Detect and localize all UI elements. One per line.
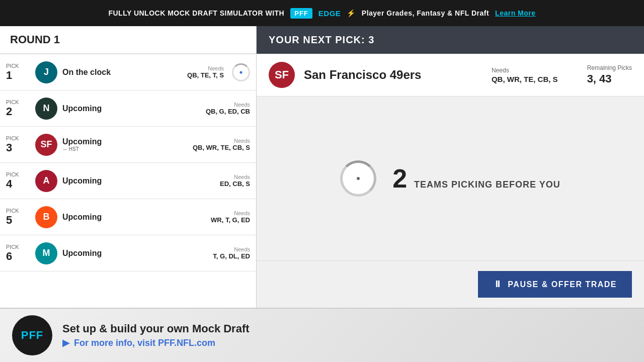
pick-number-block: Pick 4 bbox=[6, 171, 30, 191]
pause-button-label: PAUSE & OFFER TRADE bbox=[508, 280, 617, 289]
pick-row-2[interactable]: Pick 2 N Upcoming Needs QB, G, ED, CB bbox=[0, 90, 256, 127]
team-logo-3: SF bbox=[35, 134, 57, 156]
needs-values-1: QB, TE, T, S bbox=[187, 71, 224, 79]
pick-label: Pick bbox=[6, 208, 30, 214]
bottom-sub-text-content: For more info, visit PFF.NFL.com bbox=[74, 338, 215, 348]
pff-logo: PFF bbox=[290, 8, 312, 19]
pff-logo-circle-text: PFF bbox=[21, 329, 44, 342]
pick-label: Pick bbox=[6, 244, 30, 250]
needs-values-3: QB, WR, TE, CB, S bbox=[193, 144, 250, 151]
trade-indicator-3: ↔ HST bbox=[62, 146, 118, 152]
clock-icon bbox=[232, 63, 250, 81]
right-panel: YOUR NEXT PICK: 3 SF San Francisco 49ers… bbox=[257, 26, 644, 308]
pick-num: 5 bbox=[6, 214, 30, 227]
pff-logo-circle: PFF bbox=[12, 315, 52, 355]
team-logo-6: M bbox=[35, 242, 57, 264]
needs-label-5: Needs bbox=[211, 210, 250, 216]
spinner-dot bbox=[357, 177, 360, 180]
remaining-picks-values: 3, 43 bbox=[587, 72, 632, 85]
needs-values-6: T, G, DL, ED bbox=[213, 252, 250, 260]
pick-number-block: Pick 5 bbox=[6, 208, 30, 227]
pick-num: 1 bbox=[6, 69, 30, 82]
teams-waiting-area: 2 TEAMS PICKING BEFORE YOU bbox=[257, 97, 644, 260]
needs-label-3: Needs bbox=[193, 138, 250, 144]
team-info-row: SF San Francisco 49ers Needs QB, WR, TE,… bbox=[257, 54, 644, 97]
pick-num: 6 bbox=[6, 250, 30, 263]
main-content: ROUND 1 Pick 1 J On the clock Needs QB, … bbox=[0, 26, 644, 308]
pick-status-4: Upcoming bbox=[62, 176, 118, 186]
needs-block-5: Needs WR, T, G, ED bbox=[211, 210, 250, 224]
bottom-banner: PFF Set up & build your own Mock Draft ▶… bbox=[0, 308, 644, 362]
pick-row-6[interactable]: Pick 6 M Upcoming Needs T, G, DL, ED bbox=[0, 235, 256, 272]
edge-label: EDGE bbox=[318, 9, 341, 18]
teams-desc: TEAMS PICKING BEFORE YOU bbox=[414, 179, 560, 190]
needs-values-5: WR, T, G, ED bbox=[211, 216, 250, 224]
spinner-icon bbox=[340, 160, 376, 197]
top-banner: FULLY UNLOCK MOCK DRAFT SIMULATOR WITH P… bbox=[0, 0, 644, 26]
pause-icon: ⏸ bbox=[493, 279, 503, 290]
teams-count: 2 bbox=[392, 163, 407, 194]
pick-status-1: On the clock bbox=[62, 68, 118, 77]
team-needs-block: Needs QB, WR, TE, CB, S bbox=[492, 67, 558, 83]
remaining-picks-block: Remaining Picks 3, 43 bbox=[587, 64, 632, 85]
pick-number-block: Pick 1 bbox=[6, 63, 30, 82]
team-name: San Francisco 49ers bbox=[304, 68, 482, 82]
team-logo-1: J bbox=[35, 61, 57, 83]
banner-tagline: Player Grades, Fantasy & NFL Draft bbox=[362, 9, 489, 17]
learn-more-link[interactable]: Learn More bbox=[495, 9, 535, 17]
needs-block-1: Needs QB, TE, T, S bbox=[187, 65, 224, 79]
pick-num: 3 bbox=[6, 141, 30, 154]
pick-list: Pick 1 J On the clock Needs QB, TE, T, S… bbox=[0, 54, 256, 272]
teams-waiting-text: 2 TEAMS PICKING BEFORE YOU bbox=[392, 163, 560, 194]
pick-label: Pick bbox=[6, 99, 30, 105]
pick-number-block: Pick 2 bbox=[6, 99, 30, 118]
pick-label: Pick bbox=[6, 63, 30, 69]
team-needs-values: QB, WR, TE, CB, S bbox=[492, 75, 558, 83]
pick-number-block: Pick 6 bbox=[6, 244, 30, 263]
pause-button-area: ⏸ PAUSE & OFFER TRADE bbox=[257, 260, 644, 308]
pick-status-3: Upcoming bbox=[62, 137, 118, 146]
pick-status-2: Upcoming bbox=[62, 104, 118, 113]
pick-row-5[interactable]: Pick 5 B Upcoming Needs WR, T, G, ED bbox=[0, 199, 256, 235]
needs-label-2: Needs bbox=[206, 102, 250, 108]
round-header: ROUND 1 bbox=[0, 26, 256, 54]
needs-label-1: Needs bbox=[187, 65, 224, 71]
pick-row-3[interactable]: Pick 3 SF Upcoming ↔ HST Needs QB, WR, T… bbox=[0, 127, 256, 163]
lightning-icon: ⚡ bbox=[347, 9, 356, 17]
bottom-sub-text: ▶ For more info, visit PFF.NFL.com bbox=[62, 337, 632, 348]
team-logo-large: SF bbox=[269, 62, 295, 88]
bottom-text-block: Set up & build your own Mock Draft ▶ For… bbox=[62, 322, 632, 348]
pick-number-block: Pick 3 bbox=[6, 135, 30, 154]
team-logo-4: A bbox=[35, 170, 57, 192]
arrow-icon: ▶ bbox=[62, 338, 69, 348]
banner-prefix: FULLY UNLOCK MOCK DRAFT SIMULATOR WITH bbox=[108, 9, 284, 17]
pick-label: Pick bbox=[6, 135, 30, 141]
needs-block-4: Needs ED, CB, S bbox=[220, 174, 250, 188]
needs-label-4: Needs bbox=[220, 174, 250, 180]
pick-status-6: Upcoming bbox=[62, 249, 118, 258]
pick-num: 2 bbox=[6, 105, 30, 118]
team-logo-2: N bbox=[35, 98, 57, 120]
needs-block-6: Needs T, G, DL, ED bbox=[213, 246, 250, 260]
bottom-main-text: Set up & build your own Mock Draft bbox=[62, 322, 632, 335]
pause-offer-trade-button[interactable]: ⏸ PAUSE & OFFER TRADE bbox=[478, 271, 632, 298]
pick-label: Pick bbox=[6, 171, 30, 177]
team-needs-label: Needs bbox=[492, 67, 558, 74]
team-logo-5: B bbox=[35, 206, 57, 228]
needs-values-4: ED, CB, S bbox=[220, 180, 250, 188]
needs-block-2: Needs QB, G, ED, CB bbox=[206, 102, 250, 115]
pick-row-1[interactable]: Pick 1 J On the clock Needs QB, TE, T, S bbox=[0, 54, 256, 90]
pick-row-4[interactable]: Pick 4 A Upcoming Needs ED, CB, S bbox=[0, 163, 256, 199]
remaining-picks-label: Remaining Picks bbox=[587, 64, 632, 71]
pick-status-5: Upcoming bbox=[62, 213, 118, 222]
needs-values-2: QB, G, ED, CB bbox=[206, 108, 250, 115]
left-panel: ROUND 1 Pick 1 J On the clock Needs QB, … bbox=[0, 26, 257, 308]
pick-num: 4 bbox=[6, 177, 30, 191]
next-pick-bar: YOUR NEXT PICK: 3 bbox=[257, 26, 644, 54]
needs-block-3: Needs QB, WR, TE, CB, S bbox=[193, 138, 250, 151]
needs-label-6: Needs bbox=[213, 246, 250, 252]
clock-dot bbox=[240, 71, 243, 73]
